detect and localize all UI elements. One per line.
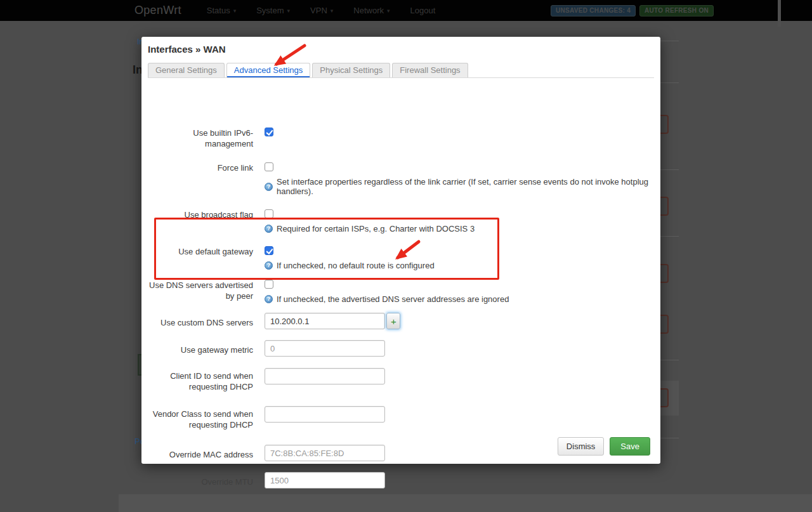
override-mac-input[interactable] <box>265 445 385 461</box>
client-id-input[interactable] <box>265 368 385 384</box>
tab-general-settings[interactable]: General Settings <box>148 63 225 77</box>
occluded-button-fragment <box>660 197 669 216</box>
form-row: Vendor Class to send when requesting DHC… <box>148 406 654 430</box>
form-row: Override MTU <box>148 472 654 489</box>
help-icon: ? <box>265 183 273 191</box>
help-icon: ? <box>265 225 273 233</box>
form-row: Use custom DNS servers + <box>148 313 654 329</box>
field-label: Force link <box>148 162 253 173</box>
custom-dns-input[interactable] <box>265 313 385 329</box>
occluded-divider <box>660 438 679 438</box>
occluded-divider <box>660 82 679 83</box>
help-text: If unchecked, no default route is config… <box>277 261 435 270</box>
occluded-divider <box>660 236 679 237</box>
dismiss-button[interactable]: Dismiss <box>558 437 605 456</box>
occluded-footer-strip <box>119 494 812 512</box>
gateway-metric-input[interactable] <box>265 340 385 357</box>
occluded-button-fragment <box>660 115 669 134</box>
form-row: Use DNS servers advertised by peer ?If u… <box>148 279 654 304</box>
field-label: Use gateway metric <box>148 340 253 355</box>
tab-advanced-settings[interactable]: Advanced Settings <box>226 63 310 77</box>
dialog-title: Interfaces » WAN <box>148 44 226 55</box>
help-text: Required for certain ISPs, e.g. Charter … <box>277 224 475 233</box>
field-label: Use default gateway <box>148 246 253 257</box>
form-row: Use default gateway ?If unchecked, no de… <box>148 246 654 270</box>
occluded-button-fragment <box>660 315 669 334</box>
scrollbar[interactable] <box>778 0 781 27</box>
help-text: Set interface properties regardless of t… <box>277 177 654 196</box>
tab-physical-settings[interactable]: Physical Settings <box>312 63 390 77</box>
field-label: Override MAC address <box>148 445 253 460</box>
broadcast-flag-checkbox[interactable] <box>265 209 273 218</box>
add-dns-button[interactable]: + <box>386 313 400 329</box>
field-label: Use custom DNS servers <box>148 313 253 328</box>
field-label: Use broadcast flag <box>148 209 253 220</box>
vendor-class-input[interactable] <box>265 406 385 423</box>
settings-tab-bar: General Settings Advanced Settings Physi… <box>148 63 654 78</box>
form-row: Use builtin IPv6-management <box>148 127 654 149</box>
field-label: Vendor Class to send when requesting DHC… <box>148 406 253 430</box>
force-link-checkbox[interactable] <box>265 162 273 171</box>
help-text: If unchecked, the advertised DNS server … <box>277 294 509 304</box>
field-label: Override MTU <box>148 472 253 487</box>
default-gateway-checkbox[interactable] <box>265 246 273 255</box>
form-row: Use broadcast flag ?Required for certain… <box>148 209 654 233</box>
tab-firewall-settings[interactable]: Firewall Settings <box>392 63 468 77</box>
help-icon: ? <box>265 295 273 303</box>
advanced-settings-form: Use builtin IPv6-management Force link ?… <box>148 114 654 489</box>
help-icon: ? <box>265 261 273 270</box>
form-row: Force link ?Set interface properties reg… <box>148 162 654 196</box>
form-row: Use gateway metric <box>148 340 654 357</box>
field-label: Client ID to send when requesting DHCP <box>148 368 253 392</box>
field-label: Use builtin IPv6-management <box>148 127 253 149</box>
builtin-ipv6-checkbox[interactable] <box>265 128 273 136</box>
occluded-divider <box>660 360 679 360</box>
field-label: Use DNS servers advertised by peer <box>148 279 253 301</box>
form-row: Client ID to send when requesting DHCP <box>148 368 654 392</box>
dns-advertised-checkbox[interactable] <box>265 280 273 289</box>
override-mtu-input[interactable] <box>265 472 385 489</box>
occluded-divider <box>660 41 679 41</box>
save-button[interactable]: Save <box>610 437 650 456</box>
interfaces-wan-dialog: Interfaces » WAN General Settings Advanc… <box>141 37 660 464</box>
occluded-button-fragment <box>660 388 669 407</box>
occluded-button-fragment <box>660 264 669 283</box>
occluded-divider <box>660 169 679 170</box>
